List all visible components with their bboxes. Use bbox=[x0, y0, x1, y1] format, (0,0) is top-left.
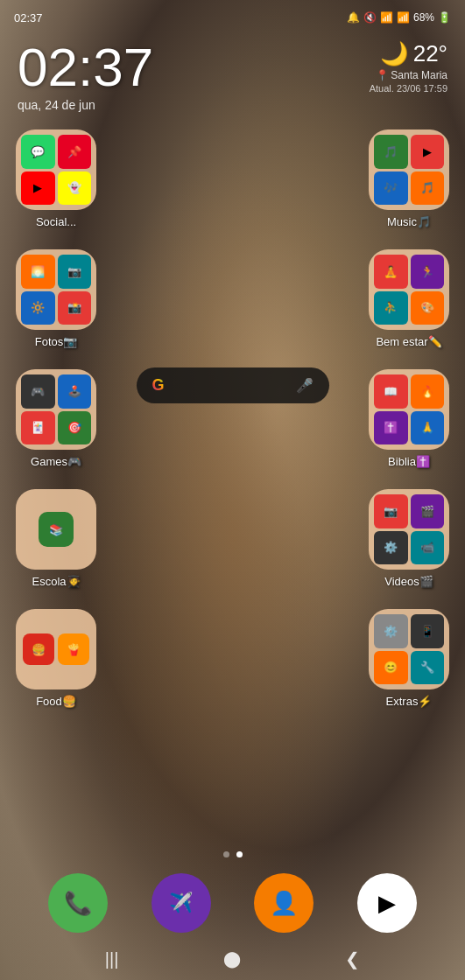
folder-escola[interactable]: 📚 Escola🧑‍🎓 bbox=[9, 480, 103, 597]
folder-social-label: Social... bbox=[36, 215, 76, 228]
app-yt-music: ▶ bbox=[411, 135, 445, 169]
page-dots bbox=[0, 851, 465, 858]
folder-biblia-label: Biblia✝️ bbox=[388, 455, 430, 468]
grid-row-3: 🎮 🕹️ 🃏 🎯 Games🎮 G 🎤 📖 🔥 ✝️ bbox=[9, 360, 456, 477]
battery-icon: 🔋 bbox=[438, 11, 451, 24]
signal-icon: 📶 bbox=[397, 11, 410, 24]
app-burger: 🍟 bbox=[58, 634, 89, 665]
app-cam: 📷 bbox=[58, 255, 92, 289]
folder-games[interactable]: 🎮 🕹️ 🃏 🎯 Games🎮 bbox=[9, 360, 103, 477]
folder-escola-label: Escola🧑‍🎓 bbox=[32, 575, 80, 588]
app-video1: 📷 bbox=[374, 494, 408, 528]
app-bible3: ✝️ bbox=[374, 411, 408, 445]
app-gallery: 🌅 bbox=[21, 255, 55, 289]
folder-videos-icon: 📷 🎬 ⚙️ 📹 bbox=[369, 489, 449, 570]
app-pinterest: 📌 bbox=[58, 135, 92, 169]
app-whatsapp: 💬 bbox=[21, 135, 55, 169]
status-time: 02:37 bbox=[14, 11, 43, 24]
app-video4: 📹 bbox=[411, 531, 445, 565]
folder-extras[interactable]: ⚙️ 📱 😊 🔧 Extras⚡ bbox=[362, 600, 456, 717]
folder-biblia[interactable]: 📖 🔥 ✝️ 🙏 Biblia✝️ bbox=[362, 360, 456, 477]
mic-icon[interactable]: 🎤 bbox=[296, 377, 314, 394]
app-music2: 🎵 bbox=[411, 172, 445, 206]
folder-games-icon: 🎮 🕹️ 🃏 🎯 bbox=[16, 369, 96, 450]
dock-phone[interactable]: 📞 bbox=[48, 873, 108, 933]
dock-contacts[interactable]: 👤 bbox=[254, 873, 314, 933]
app-game3: 🃏 bbox=[21, 411, 55, 445]
app-escola1: 📚 bbox=[39, 512, 74, 547]
folder-extras-icon: ⚙️ 📱 😊 🔧 bbox=[369, 609, 449, 690]
folder-biblia-icon: 📖 🔥 ✝️ 🙏 bbox=[369, 369, 449, 450]
folder-extras-label: Extras⚡ bbox=[386, 695, 433, 708]
phone-icon: 📞 bbox=[64, 890, 92, 917]
app-bible4: 🙏 bbox=[411, 411, 445, 445]
status-icons: 🔔 🔇 📶 📶 68% 🔋 bbox=[347, 11, 451, 24]
app-snapchat: 👻 bbox=[58, 172, 92, 206]
grid-row-2: 🌅 📷 🔆 📸 Fotos📷 🧘 🏃 ⛹️ 🎨 Bem estar✏️ bbox=[9, 241, 456, 357]
twitter-icon: ✈️ bbox=[169, 892, 193, 914]
folder-music-icon: 🎵 ▶ 🎶 🎵 bbox=[369, 130, 449, 210]
weather-location: 📍 Santa Maria bbox=[370, 69, 447, 81]
folder-bem-estar[interactable]: 🧘 🏃 ⛹️ 🎨 Bem estar✏️ bbox=[362, 241, 456, 357]
app-extra4: 🔧 bbox=[411, 651, 445, 685]
nav-back-button[interactable]: ❮ bbox=[345, 948, 360, 970]
clock-display: 02:37 bbox=[18, 40, 153, 94]
folder-bem-estar-icon: 🧘 🏃 ⛹️ 🎨 bbox=[369, 249, 449, 330]
folder-fotos-label: Fotos📷 bbox=[35, 335, 78, 348]
status-bar: 02:37 🔔 🔇 📶 📶 68% 🔋 bbox=[0, 0, 465, 32]
folder-social-icon: 💬 📌 ▶ 👻 bbox=[16, 130, 96, 210]
app-youtube: ▶ bbox=[21, 172, 55, 206]
nav-recents-button[interactable]: ||| bbox=[105, 949, 119, 970]
clock-date: qua, 24 de jun bbox=[18, 98, 153, 112]
app-extra2: 📱 bbox=[411, 614, 445, 648]
page-dot-2 bbox=[236, 851, 243, 858]
dock-twitter[interactable]: ✈️ bbox=[151, 873, 211, 933]
mute-icon: 🔇 bbox=[363, 11, 377, 24]
folder-fotos[interactable]: 🌅 📷 🔆 📸 Fotos📷 bbox=[9, 241, 103, 357]
app-bem4: 🎨 bbox=[411, 291, 445, 326]
folder-music[interactable]: 🎵 ▶ 🎶 🎵 Music🎵 bbox=[362, 121, 456, 237]
app-bem2: 🏃 bbox=[411, 255, 445, 289]
weather-update: Atual. 23/06 17:59 bbox=[370, 83, 447, 94]
app-lightroom: 🔆 bbox=[21, 291, 55, 326]
folder-escola-icon: 📚 bbox=[16, 489, 96, 570]
app-mcdonalds: 🍔 bbox=[23, 634, 54, 665]
nav-home-button[interactable]: ⬤ bbox=[223, 949, 241, 969]
battery-text: 68% bbox=[413, 11, 434, 24]
wifi-icon: 📶 bbox=[380, 11, 393, 24]
folder-food[interactable]: 🍔 🍟 Food🍔 bbox=[9, 600, 103, 717]
app-spotify: 🎵 bbox=[374, 135, 408, 169]
folder-fotos-icon: 🌅 📷 🔆 📸 bbox=[16, 249, 96, 330]
folder-food-icon: 🍔 🍟 bbox=[16, 609, 96, 690]
folder-games-label: Games🎮 bbox=[31, 455, 81, 468]
weather-temp: 22° bbox=[413, 40, 447, 67]
folder-videos[interactable]: 📷 🎬 ⚙️ 📹 Videos🎬 bbox=[362, 480, 456, 597]
app-bem3: ⛹️ bbox=[374, 291, 408, 326]
alarm-icon: 🔔 bbox=[347, 11, 360, 24]
nav-bar: ||| ⬤ ❮ bbox=[0, 942, 465, 980]
clock-weather-widget: 02:37 qua, 24 de jun 🌙 22° 📍 Santa Maria… bbox=[0, 32, 465, 112]
app-bible2: 🔥 bbox=[411, 374, 445, 409]
app-extra3: 😊 bbox=[374, 651, 408, 685]
clock-left: 02:37 qua, 24 de jun bbox=[18, 40, 153, 112]
folder-food-label: Food🍔 bbox=[36, 695, 76, 708]
grid-row-1: 💬 📌 ▶ 👻 Social... 🎵 ▶ 🎶 🎵 Music🎵 bbox=[9, 121, 456, 237]
contacts-icon: 👤 bbox=[270, 890, 298, 917]
app-video2: 🎬 bbox=[411, 494, 445, 528]
page-dot-1 bbox=[223, 851, 229, 858]
folder-social[interactable]: 💬 📌 ▶ 👻 Social... bbox=[9, 121, 103, 237]
grid-row-5: 🍔 🍟 Food🍔 ⚙️ 📱 😊 🔧 Extras⚡ bbox=[9, 600, 456, 717]
app-extra1: ⚙️ bbox=[374, 614, 408, 648]
dock: 📞 ✈️ 👤 ▶ bbox=[0, 866, 465, 942]
folder-videos-label: Videos🎬 bbox=[384, 575, 433, 588]
app-vsco: 📸 bbox=[58, 291, 92, 326]
grid-row-4: 📚 Escola🧑‍🎓 📷 🎬 ⚙️ 📹 Videos🎬 bbox=[9, 480, 456, 597]
app-game2: 🕹️ bbox=[58, 374, 92, 409]
play-store-icon: ▶ bbox=[378, 890, 396, 917]
app-game4: 🎯 bbox=[58, 411, 92, 445]
search-bar[interactable]: G 🎤 bbox=[137, 368, 329, 403]
search-container[interactable]: G 🎤 bbox=[137, 360, 329, 403]
weather-widget: 🌙 22° 📍 Santa Maria Atual. 23/06 17:59 bbox=[370, 40, 447, 94]
app-bible1: 📖 bbox=[374, 374, 408, 409]
dock-play-store[interactable]: ▶ bbox=[357, 873, 417, 933]
